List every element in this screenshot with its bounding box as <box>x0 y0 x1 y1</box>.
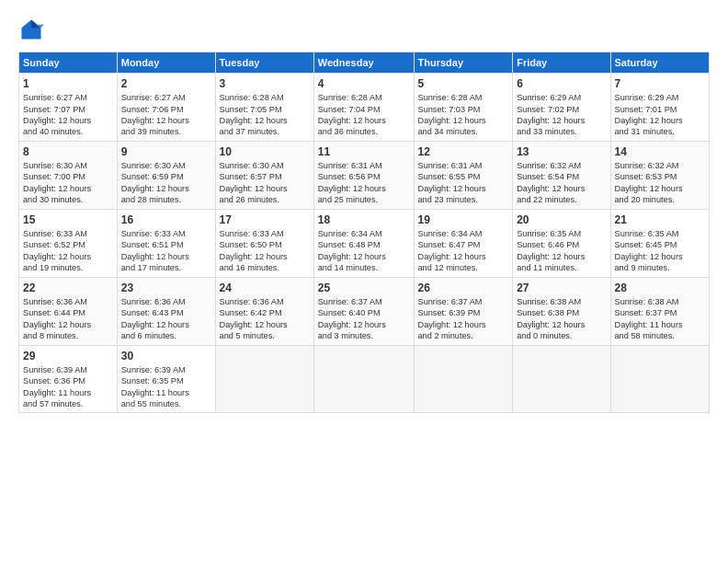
day-info: Sunrise: 6:34 AM Sunset: 6:47 PM Dayligh… <box>418 228 509 274</box>
day-number: 4 <box>318 76 410 91</box>
calendar-week-4: 22Sunrise: 6:36 AM Sunset: 6:44 PM Dayli… <box>19 277 710 345</box>
day-info: Sunrise: 6:33 AM Sunset: 6:51 PM Dayligh… <box>121 228 211 274</box>
day-number: 14 <box>615 144 706 159</box>
calendar-cell <box>513 345 610 413</box>
day-number: 16 <box>121 213 211 227</box>
calendar-cell: 2Sunrise: 6:27 AM Sunset: 7:06 PM Daylig… <box>117 74 215 142</box>
weekday-header-tuesday: Tuesday <box>215 52 313 74</box>
day-number: 11 <box>318 144 410 159</box>
day-info: Sunrise: 6:27 AM Sunset: 7:06 PM Dayligh… <box>121 92 211 138</box>
day-info: Sunrise: 6:29 AM Sunset: 7:02 PM Dayligh… <box>517 92 606 138</box>
day-number: 15 <box>23 213 113 227</box>
day-info: Sunrise: 6:36 AM Sunset: 6:43 PM Dayligh… <box>121 296 211 342</box>
calendar-cell: 29Sunrise: 6:39 AM Sunset: 6:36 PM Dayli… <box>19 345 118 413</box>
calendar-week-2: 8Sunrise: 6:30 AM Sunset: 7:00 PM Daylig… <box>19 141 710 209</box>
calendar-cell: 6Sunrise: 6:29 AM Sunset: 7:02 PM Daylig… <box>513 74 610 142</box>
calendar-cell <box>313 345 414 413</box>
day-info: Sunrise: 6:28 AM Sunset: 7:05 PM Dayligh… <box>220 92 310 138</box>
day-number: 29 <box>23 349 113 363</box>
day-info: Sunrise: 6:36 AM Sunset: 6:44 PM Dayligh… <box>23 296 113 342</box>
calendar-cell: 26Sunrise: 6:37 AM Sunset: 6:39 PM Dayli… <box>414 277 513 345</box>
day-number: 22 <box>23 281 113 295</box>
day-number: 12 <box>418 144 509 159</box>
day-info: Sunrise: 6:35 AM Sunset: 6:46 PM Dayligh… <box>517 228 606 274</box>
calendar-week-3: 15Sunrise: 6:33 AM Sunset: 6:52 PM Dayli… <box>19 209 710 277</box>
calendar-cell: 22Sunrise: 6:36 AM Sunset: 6:44 PM Dayli… <box>19 277 118 345</box>
calendar-cell: 28Sunrise: 6:38 AM Sunset: 6:37 PM Dayli… <box>610 277 710 345</box>
day-number: 30 <box>121 349 211 363</box>
day-info: Sunrise: 6:32 AM Sunset: 6:54 PM Dayligh… <box>517 160 606 206</box>
day-number: 1 <box>23 76 113 91</box>
calendar-cell <box>610 345 710 413</box>
day-info: Sunrise: 6:37 AM Sunset: 6:40 PM Dayligh… <box>318 296 410 342</box>
page: SundayMondayTuesdayWednesdayThursdayFrid… <box>0 0 728 563</box>
calendar-cell: 9Sunrise: 6:30 AM Sunset: 6:59 PM Daylig… <box>117 141 215 209</box>
day-info: Sunrise: 6:30 AM Sunset: 6:57 PM Dayligh… <box>220 160 310 206</box>
day-number: 27 <box>517 281 606 295</box>
weekday-header-saturday: Saturday <box>610 52 710 74</box>
day-info: Sunrise: 6:38 AM Sunset: 6:37 PM Dayligh… <box>615 296 706 342</box>
calendar-cell: 7Sunrise: 6:29 AM Sunset: 7:01 PM Daylig… <box>610 74 710 142</box>
day-info: Sunrise: 6:28 AM Sunset: 7:04 PM Dayligh… <box>318 92 410 138</box>
weekday-header-monday: Monday <box>117 52 215 74</box>
calendar-cell: 23Sunrise: 6:36 AM Sunset: 6:43 PM Dayli… <box>117 277 215 345</box>
calendar-cell: 10Sunrise: 6:30 AM Sunset: 6:57 PM Dayli… <box>215 141 313 209</box>
weekday-header-thursday: Thursday <box>414 52 513 74</box>
day-info: Sunrise: 6:39 AM Sunset: 6:36 PM Dayligh… <box>23 364 113 410</box>
weekday-header-sunday: Sunday <box>19 52 118 74</box>
weekday-header-wednesday: Wednesday <box>313 52 414 74</box>
day-info: Sunrise: 6:33 AM Sunset: 6:50 PM Dayligh… <box>220 228 310 274</box>
day-info: Sunrise: 6:30 AM Sunset: 6:59 PM Dayligh… <box>121 160 211 206</box>
header <box>18 17 710 42</box>
day-number: 26 <box>418 281 509 295</box>
calendar-header-row: SundayMondayTuesdayWednesdayThursdayFrid… <box>19 52 710 74</box>
day-number: 6 <box>517 76 606 91</box>
day-info: Sunrise: 6:37 AM Sunset: 6:39 PM Dayligh… <box>418 296 509 342</box>
calendar-cell: 13Sunrise: 6:32 AM Sunset: 6:54 PM Dayli… <box>513 141 610 209</box>
day-number: 5 <box>418 76 509 91</box>
day-info: Sunrise: 6:28 AM Sunset: 7:03 PM Dayligh… <box>418 92 509 138</box>
calendar-cell: 8Sunrise: 6:30 AM Sunset: 7:00 PM Daylig… <box>19 141 118 209</box>
day-number: 19 <box>418 213 509 227</box>
day-info: Sunrise: 6:31 AM Sunset: 6:55 PM Dayligh… <box>418 160 509 206</box>
calendar-cell: 4Sunrise: 6:28 AM Sunset: 7:04 PM Daylig… <box>313 74 414 142</box>
day-number: 8 <box>23 144 113 159</box>
day-number: 17 <box>220 213 310 227</box>
day-info: Sunrise: 6:38 AM Sunset: 6:38 PM Dayligh… <box>517 296 606 342</box>
calendar-cell: 15Sunrise: 6:33 AM Sunset: 6:52 PM Dayli… <box>19 209 118 277</box>
day-number: 10 <box>220 144 310 159</box>
day-number: 25 <box>318 281 410 295</box>
calendar-cell: 5Sunrise: 6:28 AM Sunset: 7:03 PM Daylig… <box>414 74 513 142</box>
calendar-cell: 27Sunrise: 6:38 AM Sunset: 6:38 PM Dayli… <box>513 277 610 345</box>
day-number: 9 <box>121 144 211 159</box>
day-info: Sunrise: 6:39 AM Sunset: 6:35 PM Dayligh… <box>121 364 211 410</box>
day-info: Sunrise: 6:31 AM Sunset: 6:56 PM Dayligh… <box>318 160 410 206</box>
day-number: 20 <box>517 213 606 227</box>
calendar-cell: 11Sunrise: 6:31 AM Sunset: 6:56 PM Dayli… <box>313 141 414 209</box>
calendar-week-5: 29Sunrise: 6:39 AM Sunset: 6:36 PM Dayli… <box>19 345 710 413</box>
day-number: 28 <box>615 281 706 295</box>
calendar-week-1: 1Sunrise: 6:27 AM Sunset: 7:07 PM Daylig… <box>19 74 710 142</box>
day-number: 24 <box>220 281 310 295</box>
day-number: 13 <box>517 144 606 159</box>
calendar-cell: 16Sunrise: 6:33 AM Sunset: 6:51 PM Dayli… <box>117 209 215 277</box>
day-info: Sunrise: 6:34 AM Sunset: 6:48 PM Dayligh… <box>318 228 410 274</box>
day-number: 23 <box>121 281 211 295</box>
calendar-cell: 20Sunrise: 6:35 AM Sunset: 6:46 PM Dayli… <box>513 209 610 277</box>
day-info: Sunrise: 6:27 AM Sunset: 7:07 PM Dayligh… <box>23 92 113 138</box>
calendar-cell: 25Sunrise: 6:37 AM Sunset: 6:40 PM Dayli… <box>313 277 414 345</box>
calendar-cell <box>215 345 313 413</box>
day-info: Sunrise: 6:36 AM Sunset: 6:42 PM Dayligh… <box>220 296 310 342</box>
logo <box>18 17 48 42</box>
day-info: Sunrise: 6:33 AM Sunset: 6:52 PM Dayligh… <box>23 228 113 274</box>
day-number: 21 <box>615 213 706 227</box>
calendar-cell: 1Sunrise: 6:27 AM Sunset: 7:07 PM Daylig… <box>19 74 118 142</box>
calendar-cell <box>414 345 513 413</box>
calendar-cell: 12Sunrise: 6:31 AM Sunset: 6:55 PM Dayli… <box>414 141 513 209</box>
day-info: Sunrise: 6:29 AM Sunset: 7:01 PM Dayligh… <box>615 92 706 138</box>
calendar-cell: 3Sunrise: 6:28 AM Sunset: 7:05 PM Daylig… <box>215 74 313 142</box>
day-number: 2 <box>121 76 211 91</box>
day-number: 18 <box>318 213 410 227</box>
calendar-cell: 18Sunrise: 6:34 AM Sunset: 6:48 PM Dayli… <box>313 209 414 277</box>
day-info: Sunrise: 6:32 AM Sunset: 6:53 PM Dayligh… <box>615 160 706 206</box>
